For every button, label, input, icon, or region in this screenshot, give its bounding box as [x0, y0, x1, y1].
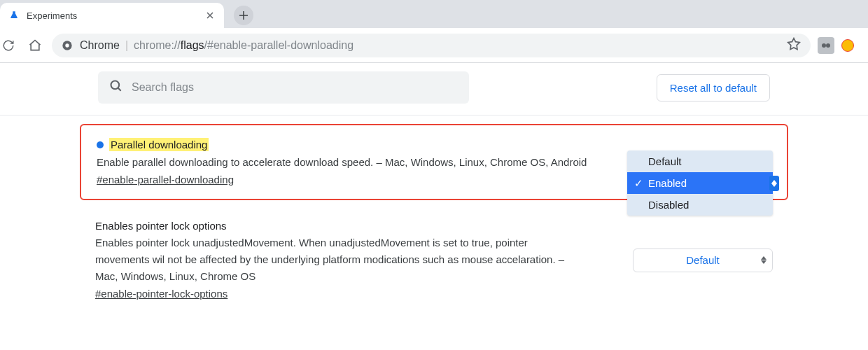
reload-icon[interactable] [0, 36, 18, 55]
reset-all-button[interactable]: Reset all to default [657, 74, 770, 102]
svg-point-4 [111, 81, 120, 90]
flag-pointer-lock-options: Enables pointer lock options Enables poi… [80, 207, 788, 313]
chrome-icon [62, 40, 73, 51]
modified-dot-icon [97, 141, 104, 148]
page-content: Reset all to default Parallel downloadin… [0, 63, 868, 313]
flag-hash-link[interactable]: #enable-parallel-downloading [97, 174, 234, 186]
flag-select[interactable]: Default [633, 248, 773, 272]
new-tab-button[interactable] [234, 6, 253, 25]
search-icon [109, 79, 123, 96]
extension-icon[interactable] [818, 37, 834, 54]
flag-dropdown-menu: Default Enabled Disabled [627, 150, 773, 216]
address-text: Chrome | chrome://flags/#enable-parallel… [80, 39, 354, 52]
search-input[interactable] [132, 81, 458, 94]
bookmark-star-icon[interactable] [787, 37, 801, 54]
flask-icon [8, 10, 20, 21]
flag-title: Enables pointer lock options [95, 220, 227, 232]
tab-strip: Experiments [0, 0, 868, 28]
svg-point-3 [826, 43, 830, 48]
dropdown-option-default[interactable]: Default [627, 150, 773, 172]
browser-tab[interactable]: Experiments [0, 3, 224, 28]
flag-select-value: Default [686, 254, 720, 266]
flags-header: Reset all to default [0, 71, 868, 115]
dropdown-option-disabled[interactable]: Disabled [627, 194, 773, 216]
svg-point-1 [65, 43, 69, 47]
flag-parallel-downloading: Parallel downloading Enable parallel dow… [80, 124, 788, 200]
address-bar[interactable]: Chrome | chrome://flags/#enable-parallel… [52, 34, 811, 57]
profile-avatar[interactable] [841, 39, 854, 52]
flag-description: Enables pointer lock unadjustedMovement.… [95, 234, 578, 285]
close-icon[interactable] [204, 10, 216, 21]
browser-toolbar: Chrome | chrome://flags/#enable-parallel… [0, 28, 868, 63]
flag-hash-link[interactable]: #enable-pointer-lock-options [95, 288, 227, 300]
dropdown-option-enabled[interactable]: Enabled [627, 172, 773, 194]
select-stepper-icon [769, 176, 779, 191]
search-flags-box[interactable] [98, 71, 469, 104]
select-stepper-icon [761, 256, 766, 264]
home-icon[interactable] [25, 36, 45, 55]
flag-title: Parallel downloading [109, 138, 209, 151]
tab-title: Experiments [27, 10, 197, 21]
svg-point-2 [822, 43, 826, 48]
